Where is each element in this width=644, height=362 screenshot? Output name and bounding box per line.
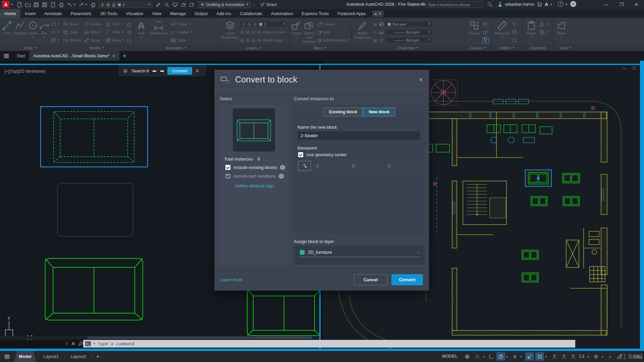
hatch-tool[interactable]: ▼	[51, 37, 60, 43]
ungroup-tool[interactable]	[482, 21, 489, 27]
ribbon-tab-collaborate[interactable]: Collaborate	[235, 9, 267, 18]
convert-button[interactable]: Convert	[391, 274, 423, 285]
workspace-dropdown[interactable]: Drafting & Annotation ▼	[198, 1, 251, 8]
copy-tool[interactable]: Copy	[63, 29, 83, 35]
draw-panel-label[interactable]: Draw▼	[0, 45, 61, 51]
leader-tool[interactable]: Leader▼	[170, 29, 193, 35]
ribbon-tab-home[interactable]: Home	[0, 9, 20, 18]
help-search-input[interactable]: Type a keyword or phrase	[425, 1, 483, 8]
qat-layer-dropdown[interactable]: 0 ▼	[99, 1, 152, 8]
include-text-checkbox[interactable]: Include text variations i	[225, 174, 284, 179]
paste-tool[interactable]: Paste▼	[525, 19, 538, 39]
block-panel-label[interactable]: Block▼	[289, 45, 351, 51]
cut-tool[interactable]: ▼	[539, 21, 549, 27]
user-caret-icon[interactable]: ▼	[533, 3, 535, 6]
learn-more-link[interactable]: Learn more	[220, 277, 243, 282]
checkbox-checked-icon[interactable]	[298, 152, 303, 157]
arc-tool[interactable]: Arc▼	[39, 19, 49, 39]
redo-button[interactable]: ▼	[79, 2, 88, 7]
ribbon-tab-manage[interactable]: Manage	[166, 9, 190, 18]
ribbon-tab-automation[interactable]: Automation	[267, 9, 298, 18]
basepoint-z-field[interactable]: 0	[385, 162, 419, 170]
info-icon[interactable]: i	[280, 165, 285, 170]
markup-icon[interactable]	[189, 2, 195, 7]
polyline-tool[interactable]: Polyline	[13, 19, 26, 36]
group-edit-tool[interactable]	[482, 29, 489, 35]
new-file-icon[interactable]	[17, 2, 22, 7]
pick-point-button[interactable]	[298, 161, 311, 171]
linear-dimension-tool[interactable]: Linear▼	[170, 21, 193, 27]
match-properties-tool[interactable]: Match Properties	[354, 19, 372, 40]
detect-and-convert-tool[interactable]: Detect and Convert	[303, 19, 316, 44]
command-dock-grip[interactable]: ⣿ ✕	[66, 340, 84, 348]
base-view-tool[interactable]: Base▼	[555, 19, 568, 39]
ribbon-tab-3dtools[interactable]: 3D Tools	[96, 9, 121, 18]
ellipse-tool[interactable]: ▼	[51, 29, 60, 35]
new-tab-button[interactable]: +	[123, 53, 126, 59]
ortho-toggle[interactable]	[487, 352, 496, 361]
scale-caret-icon[interactable]: ▼	[587, 355, 590, 358]
basepoint-x-field[interactable]: 0	[314, 162, 347, 170]
snap-toggle[interactable]	[473, 352, 482, 361]
trim-tool[interactable]: Trim▼	[106, 21, 126, 27]
workspace-gear-icon[interactable]	[592, 352, 600, 361]
help-icon[interactable]: ?	[558, 1, 564, 7]
measure-tool[interactable]: Measure▼	[494, 19, 511, 39]
block-name-input[interactable]: 2-Seater	[298, 131, 420, 140]
polar-caret-icon[interactable]: ▼	[506, 355, 508, 358]
save-icon[interactable]	[34, 2, 39, 7]
include-existing-checkbox[interactable]: Include existing blocks i	[225, 165, 285, 170]
lineweight-dropdown[interactable]: ——— ByLayer▼	[385, 29, 432, 35]
ribbon-tab-annotate[interactable]: Annotate	[40, 9, 66, 18]
view-panel-label[interactable]: View▼	[553, 45, 644, 51]
layout1-tab[interactable]: Layout1	[39, 351, 63, 362]
groups-panel-label[interactable]: Groups▼	[466, 45, 491, 51]
copy-clip-tool[interactable]: ▼	[539, 29, 549, 35]
create-block-tool[interactable]: Create	[317, 21, 351, 27]
define-attribute-tags-link[interactable]: Define attribute tags	[235, 183, 274, 188]
recent-commands-icon[interactable]: >_	[85, 341, 91, 346]
user-name[interactable]: sebastian.harris	[505, 2, 533, 7]
checkbox-checked-icon[interactable]	[225, 165, 230, 170]
batch-plot-icon[interactable]	[91, 2, 96, 7]
cancel-button[interactable]: Cancel	[354, 274, 387, 285]
edit-attributes-tool[interactable]: Edit Attributes▼	[317, 37, 351, 43]
isodraft-toggle[interactable]	[511, 352, 519, 361]
layer-dropdown[interactable]: 0 ▼	[240, 21, 287, 27]
quick-calc-tool[interactable]	[512, 29, 517, 35]
close-button[interactable]: ✕	[631, 0, 642, 9]
file-tab-start[interactable]: Start	[13, 51, 29, 61]
ribbon-tab-addins[interactable]: Add-ins	[212, 9, 235, 18]
export-icon[interactable]	[50, 2, 56, 7]
gear-caret-icon[interactable]: ▼	[601, 355, 604, 358]
model-tab[interactable]: Model	[14, 351, 36, 362]
toolbar-close-icon[interactable]: ✕	[196, 68, 199, 73]
user-avatar[interactable]	[497, 1, 503, 7]
make-current-tool[interactable]: Make Current	[240, 29, 287, 35]
search-icon[interactable]	[487, 2, 492, 7]
ribbon-tab-view[interactable]: View	[148, 9, 166, 18]
linetype-dropdown[interactable]: ——— ByLayer▼	[385, 37, 432, 43]
stretch-tool[interactable]: Stretch	[63, 37, 83, 43]
next-arrow-icon[interactable]: ➡	[160, 68, 164, 74]
plot-icon[interactable]	[59, 2, 64, 7]
rotate-tool[interactable]: Rotate	[84, 21, 105, 27]
point-id-tool[interactable]	[512, 37, 517, 43]
rectangle-tool[interactable]: ▼	[51, 21, 60, 27]
use-geometry-center-checkbox[interactable]: Use geometry center	[298, 152, 347, 157]
scale-tool[interactable]: Scale	[84, 37, 105, 43]
open-file-icon[interactable]	[25, 2, 31, 7]
text-tool[interactable]: AText▼	[136, 19, 147, 39]
layer-select-dropdown[interactable]: 2D_furniture ⌄	[294, 246, 425, 255]
quick-select-tool[interactable]	[512, 21, 517, 27]
clipboard-panel-label[interactable]: Clipboard	[523, 45, 552, 51]
layout2-tab[interactable]: Layout2	[66, 351, 91, 362]
color-dropdown[interactable]: ByLayer▼	[385, 21, 432, 27]
ribbon-tab-output[interactable]: Output	[190, 9, 212, 18]
snap-caret-icon[interactable]: ▼	[482, 355, 485, 358]
annotation-scale-value[interactable]: 1:1	[579, 354, 585, 359]
line-tool[interactable]: Line	[2, 19, 12, 36]
fullscreen-toggle[interactable]	[619, 352, 627, 361]
cart-icon[interactable]	[537, 2, 542, 7]
info-icon[interactable]: i	[279, 174, 284, 179]
